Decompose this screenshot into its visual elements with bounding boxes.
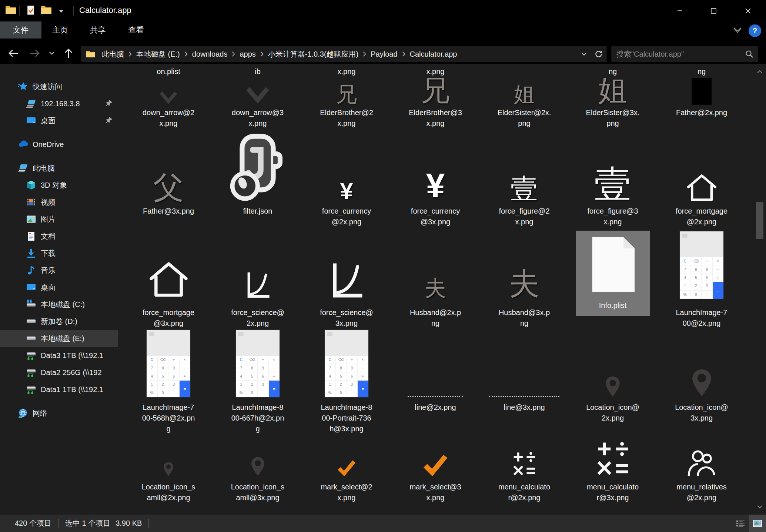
down-arrow-dark-icon[interactable]: [126, 90, 211, 105]
file-label[interactable]: force_mortgage@2x.png: [659, 206, 744, 227]
minimize-button[interactable]: [667, 0, 693, 21]
file-label[interactable]: ElderSister@3x.png: [570, 107, 655, 129]
details-view-button[interactable]: [732, 515, 749, 532]
sidebar-item-16[interactable]: Data3 1TB (\\192.1: [0, 347, 118, 364]
sidebar-item-6[interactable]: 3D 对象: [0, 177, 118, 194]
location-pin-icon[interactable]: [570, 376, 655, 397]
yen-icon[interactable]: ¥: [393, 168, 478, 203]
down-arrow-dark-icon[interactable]: [215, 85, 300, 105]
sidebar-item-15[interactable]: 本地磁盘 (E:): [0, 330, 118, 347]
forward-button[interactable]: [27, 45, 42, 61]
scrollbar-thumb[interactable]: [756, 202, 763, 239]
breadcrumb-segment[interactable]: Payload: [367, 46, 401, 62]
ribbon-tab-4[interactable]: 查看: [117, 21, 155, 39]
file-label[interactable]: Location_icon@3x.png: [659, 402, 744, 424]
file-label[interactable]: down_arrow@3x.png: [215, 107, 300, 129]
recent-locations-button[interactable]: [46, 45, 58, 61]
sidebar-item-11[interactable]: 音乐: [0, 262, 118, 279]
cjk-gray-icon[interactable]: 兄: [304, 84, 389, 105]
file-list[interactable]: on.plistibx.pngx.pngngngdown_arrow@2x.pn…: [118, 64, 755, 515]
file-label[interactable]: menu_calculator@2x.png: [482, 482, 567, 503]
breadcrumb-segment[interactable]: apps: [236, 46, 259, 62]
file-label[interactable]: line@3x.png: [482, 402, 567, 413]
breadcrumb-chevron-icon[interactable]: [231, 51, 236, 57]
sidebar-item-1[interactable]: 快速访问: [0, 78, 118, 95]
sidebar-item-14[interactable]: 新加卷 (D:): [0, 313, 118, 330]
breadcrumb-segment[interactable]: downloads: [188, 46, 231, 62]
thumbnail-view-button[interactable]: [749, 515, 766, 532]
up-button[interactable]: [61, 45, 76, 61]
breadcrumb-segment[interactable]: 本地磁盘 (E:): [133, 46, 184, 62]
breadcrumb-chevron-icon[interactable]: [260, 51, 264, 57]
file-label[interactable]: Father@2x.png: [659, 107, 744, 118]
file-label[interactable]: LaunchImage-800-Portrait-736h@3x.png: [304, 402, 389, 434]
sidebar-item-5[interactable]: 此电脑: [0, 160, 118, 177]
math-menu-icon[interactable]: [570, 441, 655, 476]
file-label[interactable]: menu_calculator@3x.png: [570, 482, 655, 503]
calc-thumbnail-icon[interactable]: C⌫÷×789−456+123%0.=: [215, 330, 300, 397]
file-label[interactable]: force_currency@3x.png: [393, 206, 478, 227]
qat-properties-button[interactable]: [24, 5, 37, 16]
file-label[interactable]: ElderBrother@3x.png: [393, 107, 478, 129]
vertical-scrollbar[interactable]: [755, 64, 764, 515]
ribbon-tab-3[interactable]: 共享: [79, 21, 117, 39]
sidebar-item-10[interactable]: 下载: [0, 245, 118, 262]
cjk-white-icon[interactable]: 壹: [482, 175, 567, 203]
file-label[interactable]: ng: [659, 66, 744, 77]
address-dropdown-button[interactable]: [576, 46, 591, 62]
partial-ring-icon[interactable]: [482, 508, 567, 515]
cjk-gray-icon[interactable]: 姐: [570, 76, 655, 105]
calc-thumbnail-icon[interactable]: C⌫÷×789−456+123%0.=: [659, 231, 744, 299]
house-icon[interactable]: [659, 173, 744, 203]
breadcrumb-chevron-icon[interactable]: [184, 51, 188, 57]
cjk-white-icon[interactable]: 壹: [570, 165, 655, 203]
file-label[interactable]: force_figure@3x.png: [570, 206, 655, 227]
calc-thumbnail-icon[interactable]: C⌫÷×789−456+123%0.=: [126, 330, 211, 397]
location-pin-icon[interactable]: [126, 462, 211, 476]
file-label[interactable]: Location_icon@2x.png: [570, 402, 655, 424]
yen-icon[interactable]: ¥: [304, 180, 389, 203]
file-label[interactable]: on.plist: [126, 66, 211, 77]
dotted-line-icon[interactable]: [482, 395, 567, 397]
partial-people-icon[interactable]: [126, 508, 211, 515]
file-label[interactable]: Father@3x.png: [126, 206, 211, 217]
dotted-line-icon[interactable]: [393, 395, 478, 397]
file-label[interactable]: force_science@2x.png: [215, 307, 300, 329]
file-label[interactable]: down_arrow@2x.png: [126, 107, 211, 129]
file-label[interactable]: LaunchImage-700@2x.png: [659, 307, 744, 329]
file-label[interactable]: LaunchImage-800-667h@2x.png: [215, 402, 300, 434]
breadcrumb-segment[interactable]: 小米计算器-1.0.3(越狱应用): [264, 46, 362, 62]
sidebar-item-7[interactable]: 视频: [0, 194, 118, 211]
file-label[interactable]: line@2x.png: [393, 402, 478, 413]
sidebar-item-12[interactable]: 桌面: [0, 279, 118, 296]
file-label[interactable]: LaunchImage-700-568h@2x.png: [126, 402, 211, 434]
cjk-gray-icon[interactable]: 夫: [482, 268, 567, 299]
json-file-icon[interactable]: [215, 131, 300, 203]
address-bar[interactable]: 此电脑本地磁盘 (E:)downloadsapps小米计算器-1.0.3(越狱应…: [81, 46, 606, 62]
cjk-gray-icon[interactable]: 父: [126, 172, 211, 203]
maximize-button[interactable]: [700, 0, 726, 21]
sidebar-item-8[interactable]: 图片: [0, 211, 118, 228]
cjk-gray-icon[interactable]: 兄: [393, 76, 478, 105]
file-label[interactable]: filter.json: [215, 206, 300, 217]
qat-new-folder-button[interactable]: [40, 5, 53, 16]
math-menu-icon[interactable]: [482, 451, 567, 476]
check-orange-icon[interactable]: [393, 454, 478, 476]
partial-blob-icon[interactable]: [659, 508, 744, 515]
help-button[interactable]: ?: [749, 24, 761, 37]
curve-icon[interactable]: [304, 261, 389, 299]
search-input[interactable]: [612, 50, 745, 58]
sidebar-item-17[interactable]: Data2 256G (\\192: [0, 364, 118, 381]
plist-document-icon[interactable]: [570, 237, 655, 292]
sidebar-item-13[interactable]: 本地磁盘 (C:): [0, 296, 118, 313]
breadcrumb-chevron-icon[interactable]: [362, 51, 367, 57]
sidebar-item-4[interactable]: OneDrive: [0, 136, 118, 153]
breadcrumb-segment[interactable]: 此电脑: [98, 46, 128, 62]
file-label[interactable]: force_figure@2x.png: [482, 206, 567, 227]
sidebar-item-3[interactable]: 桌面: [0, 112, 118, 129]
scroll-up-button[interactable]: [755, 65, 764, 78]
sidebar-item-19[interactable]: 网络: [0, 405, 118, 422]
search-icon[interactable]: [745, 50, 758, 58]
cjk-gray-icon[interactable]: 夫: [393, 277, 478, 299]
collapse-ribbon-button[interactable]: [730, 24, 745, 36]
